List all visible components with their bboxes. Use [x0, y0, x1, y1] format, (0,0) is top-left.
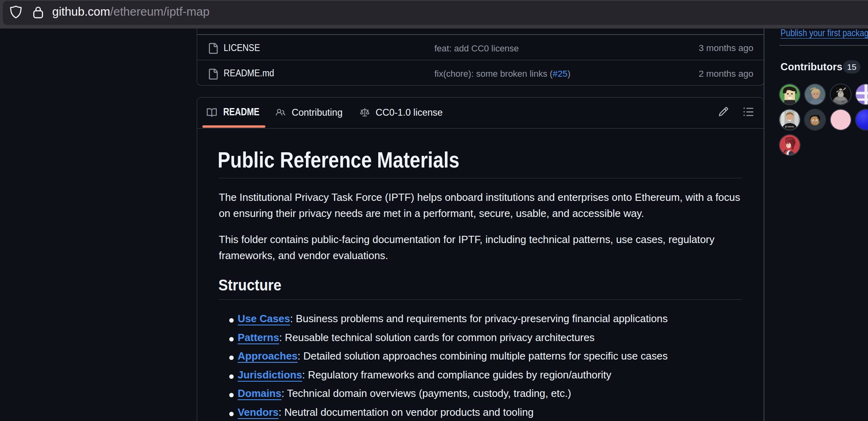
svg-text:@ kaleido.: @ kaleido. [785, 125, 795, 128]
